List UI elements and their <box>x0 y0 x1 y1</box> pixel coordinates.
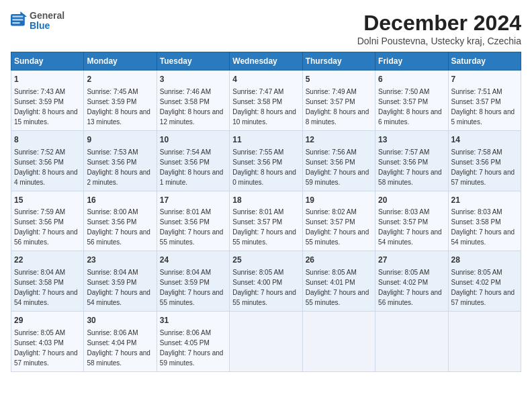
sunset-info: Sunset: 3:58 PM <box>451 218 501 226</box>
sunset-info: Sunset: 3:56 PM <box>306 158 355 166</box>
sunset-info: Sunset: 4:03 PM <box>14 339 64 347</box>
weekday-header-sunday: Sunday <box>11 52 84 71</box>
sunset-info: Sunset: 3:56 PM <box>378 158 428 166</box>
day-number: 26 <box>306 255 372 266</box>
sunset-info: Sunset: 3:57 PM <box>378 98 428 105</box>
daylight-info: Daylight: 8 hours and 1 minute. <box>160 169 224 186</box>
day-number: 3 <box>160 74 226 85</box>
calendar-cell: 8 Sunrise: 7:52 AM Sunset: 3:56 PM Dayli… <box>11 130 84 191</box>
calendar-cell: 9 Sunrise: 7:53 AM Sunset: 3:56 PM Dayli… <box>84 130 157 191</box>
day-number: 1 <box>14 74 81 85</box>
logo-blue-text: Blue <box>30 21 64 31</box>
sunset-info: Sunset: 4:00 PM <box>232 279 282 286</box>
calendar-cell: 11 Sunrise: 7:55 AM Sunset: 3:56 PM Dayl… <box>230 130 302 191</box>
sunrise-info: Sunrise: 8:01 AM <box>232 208 283 216</box>
daylight-info: Daylight: 7 hours and 54 minutes. <box>14 289 78 306</box>
sunset-info: Sunset: 3:56 PM <box>14 158 64 166</box>
sunset-info: Sunset: 3:56 PM <box>232 158 282 166</box>
daylight-info: Daylight: 7 hours and 56 minutes. <box>14 228 78 246</box>
weekday-header-saturday: Saturday <box>448 52 521 71</box>
sunset-info: Sunset: 3:58 PM <box>232 98 282 105</box>
day-number: 13 <box>378 134 445 146</box>
day-number: 23 <box>87 255 153 266</box>
sunset-info: Sunset: 3:59 PM <box>14 98 64 105</box>
calendar-cell: 26 Sunrise: 8:05 AM Sunset: 4:01 PM Dayl… <box>302 251 375 312</box>
sunrise-info: Sunrise: 8:03 AM <box>378 208 429 216</box>
sunset-info: Sunset: 3:56 PM <box>87 158 136 166</box>
calendar-cell: 20 Sunrise: 8:03 AM Sunset: 3:57 PM Dayl… <box>375 191 448 251</box>
sunset-info: Sunset: 3:58 PM <box>14 279 64 286</box>
daylight-info: Daylight: 7 hours and 57 minutes. <box>451 289 515 306</box>
daylight-info: Daylight: 7 hours and 56 minutes. <box>87 228 150 246</box>
sunrise-info: Sunrise: 7:49 AM <box>306 88 357 95</box>
sunrise-info: Sunrise: 8:04 AM <box>14 269 65 276</box>
day-number: 11 <box>232 134 299 146</box>
sunrise-info: Sunrise: 7:53 AM <box>87 148 138 156</box>
svg-rect-2 <box>12 16 23 17</box>
day-number: 19 <box>306 195 372 206</box>
sunset-info: Sunset: 3:59 PM <box>160 279 210 286</box>
logo: General Blue <box>11 11 64 32</box>
calendar-cell: 31 Sunrise: 8:06 AM Sunset: 4:05 PM Dayl… <box>157 312 229 372</box>
calendar-cell: 21 Sunrise: 8:03 AM Sunset: 3:58 PM Dayl… <box>448 191 521 251</box>
daylight-info: Daylight: 7 hours and 55 minutes. <box>306 228 369 246</box>
calendar-cell <box>448 312 521 372</box>
weekday-header-monday: Monday <box>84 52 157 71</box>
sunset-info: Sunset: 3:56 PM <box>451 158 501 166</box>
day-number: 22 <box>14 255 81 266</box>
calendar-cell: 23 Sunrise: 8:04 AM Sunset: 3:59 PM Dayl… <box>84 251 157 312</box>
sunrise-info: Sunrise: 8:06 AM <box>87 329 138 336</box>
day-number: 12 <box>306 134 372 146</box>
sunrise-info: Sunrise: 7:56 AM <box>306 148 357 156</box>
calendar-cell: 6 Sunrise: 7:50 AM Sunset: 3:57 PM Dayli… <box>375 71 448 131</box>
sunset-info: Sunset: 3:56 PM <box>14 218 64 226</box>
daylight-info: Daylight: 7 hours and 58 minutes. <box>87 349 150 367</box>
sunrise-info: Sunrise: 8:05 AM <box>14 329 65 336</box>
sunrise-info: Sunrise: 8:01 AM <box>160 208 211 216</box>
sunrise-info: Sunrise: 7:45 AM <box>87 88 138 95</box>
sunrise-info: Sunrise: 7:59 AM <box>14 208 65 216</box>
sunset-info: Sunset: 3:58 PM <box>160 98 210 105</box>
daylight-info: Daylight: 7 hours and 57 minutes. <box>451 169 515 186</box>
location-title: Dolni Poustevna, Ustecky kraj, Czechia <box>357 36 521 46</box>
calendar-cell: 5 Sunrise: 7:49 AM Sunset: 3:57 PM Dayli… <box>302 71 375 131</box>
day-number: 10 <box>160 134 226 146</box>
sunrise-info: Sunrise: 7:46 AM <box>160 88 211 95</box>
sunrise-info: Sunrise: 7:50 AM <box>378 88 429 95</box>
calendar-cell: 19 Sunrise: 8:02 AM Sunset: 3:57 PM Dayl… <box>302 191 375 251</box>
day-number: 28 <box>451 255 518 266</box>
day-number: 18 <box>232 195 299 206</box>
day-number: 2 <box>87 74 153 85</box>
day-number: 21 <box>451 195 518 206</box>
day-number: 20 <box>378 195 445 206</box>
day-number: 8 <box>14 134 81 146</box>
day-number: 24 <box>160 255 226 266</box>
daylight-info: Daylight: 7 hours and 55 minutes. <box>232 289 296 306</box>
day-number: 29 <box>14 315 81 326</box>
day-number: 6 <box>378 74 445 85</box>
calendar-cell: 15 Sunrise: 7:59 AM Sunset: 3:56 PM Dayl… <box>11 191 84 251</box>
day-number: 15 <box>14 195 81 206</box>
calendar-cell: 3 Sunrise: 7:46 AM Sunset: 3:58 PM Dayli… <box>157 71 229 131</box>
logo-text: General Blue <box>30 11 64 32</box>
daylight-info: Daylight: 7 hours and 56 minutes. <box>378 289 442 306</box>
sunrise-info: Sunrise: 7:51 AM <box>451 88 502 95</box>
daylight-info: Daylight: 8 hours and 0 minutes. <box>232 169 296 186</box>
calendar-cell: 16 Sunrise: 8:00 AM Sunset: 3:56 PM Dayl… <box>84 191 157 251</box>
svg-rect-3 <box>12 19 23 21</box>
logo-icon <box>11 11 27 30</box>
sunrise-info: Sunrise: 8:00 AM <box>87 208 138 216</box>
daylight-info: Daylight: 8 hours and 8 minutes. <box>306 108 369 126</box>
sunrise-info: Sunrise: 8:04 AM <box>160 269 211 276</box>
day-number: 16 <box>87 195 153 206</box>
calendar-cell: 12 Sunrise: 7:56 AM Sunset: 3:56 PM Dayl… <box>302 130 375 191</box>
calendar-cell: 1 Sunrise: 7:43 AM Sunset: 3:59 PM Dayli… <box>11 71 84 131</box>
calendar-cell: 7 Sunrise: 7:51 AM Sunset: 3:57 PM Dayli… <box>448 71 521 131</box>
day-number: 9 <box>87 134 153 146</box>
weekday-header-friday: Friday <box>375 52 448 71</box>
sunrise-info: Sunrise: 7:43 AM <box>14 88 65 95</box>
daylight-info: Daylight: 7 hours and 54 minutes. <box>87 289 150 306</box>
daylight-info: Daylight: 7 hours and 55 minutes. <box>232 228 296 246</box>
daylight-info: Daylight: 8 hours and 6 minutes. <box>378 108 442 126</box>
daylight-info: Daylight: 8 hours and 2 minutes. <box>87 169 150 186</box>
